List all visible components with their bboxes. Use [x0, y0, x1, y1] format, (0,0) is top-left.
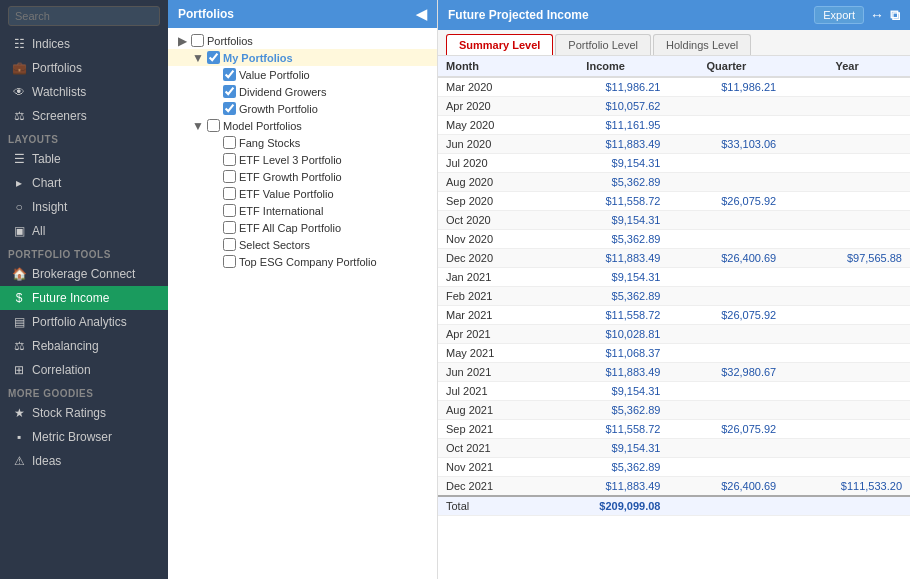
node-checkbox[interactable]: [223, 85, 236, 98]
tree-node-etf-value[interactable]: ETF Value Portfolio: [168, 185, 437, 202]
sidebar-item-screeners[interactable]: ⚖ Screeners: [0, 104, 168, 128]
table-row: Dec 2020$11,883.49$26,400.69$97,565.88: [438, 249, 910, 268]
node-checkbox[interactable]: [207, 51, 220, 64]
node-checkbox[interactable]: [223, 136, 236, 149]
all-icon: ▣: [12, 224, 26, 238]
tab-summary-level[interactable]: Summary Level: [446, 34, 553, 55]
sidebar-item-portfolios[interactable]: 💼 Portfolios: [0, 56, 168, 80]
total-label: Total: [438, 496, 543, 516]
expand-toggle: ▶: [176, 35, 188, 47]
cell-quarter: $26,075.92: [668, 192, 784, 211]
cell-quarter: [668, 230, 784, 249]
sidebar-item-stock-ratings[interactable]: ★ Stock Ratings: [0, 401, 168, 425]
node-label: Top ESG Company Portfolio: [239, 256, 377, 268]
sidebar-item-rebalancing[interactable]: ⚖ Rebalancing: [0, 334, 168, 358]
eye-icon: 👁: [12, 85, 26, 99]
filter-icon: ⚖: [12, 109, 26, 123]
node-checkbox[interactable]: [223, 204, 236, 217]
expand-toggle: ▼: [192, 120, 204, 132]
cell-year: [784, 363, 910, 382]
sidebar-item-label: Insight: [32, 200, 67, 214]
sidebar-item-label: Ideas: [32, 454, 61, 468]
cell-quarter: $11,986.21: [668, 77, 784, 97]
sidebar-item-label: Metric Browser: [32, 430, 112, 444]
node-checkbox[interactable]: [191, 34, 204, 47]
cell-month: Nov 2021: [438, 458, 543, 477]
expand-toggle: [208, 188, 220, 200]
sidebar-item-insight[interactable]: ○ Insight: [0, 195, 168, 219]
table-row: Apr 2020$10,057.62: [438, 97, 910, 116]
cell-year: [784, 135, 910, 154]
sidebar-item-watchlists[interactable]: 👁 Watchlists: [0, 80, 168, 104]
cell-year: [784, 77, 910, 97]
tree-node-my-portfolios[interactable]: ▼ My Portfolios: [168, 49, 437, 66]
sidebar-item-label: Stock Ratings: [32, 406, 106, 420]
sidebar-item-table[interactable]: ☰ Table: [0, 147, 168, 171]
tree-node-etf-allcap[interactable]: ETF All Cap Portfolio: [168, 219, 437, 236]
node-checkbox[interactable]: [223, 255, 236, 268]
sidebar-item-all[interactable]: ▣ All: [0, 219, 168, 243]
tree-node-portfolios[interactable]: ▶ Portfolios: [168, 32, 437, 49]
cell-quarter: [668, 268, 784, 287]
cell-year: [784, 382, 910, 401]
sidebar-item-future-income[interactable]: $ Future Income: [0, 286, 168, 310]
cell-income: $11,558.72: [543, 306, 669, 325]
export-button[interactable]: Export: [814, 6, 864, 24]
tree-node-etf-level3[interactable]: ETF Level 3 Portfolio: [168, 151, 437, 168]
cell-income: $11,883.49: [543, 477, 669, 497]
cell-year: [784, 211, 910, 230]
tree-node-select-sectors[interactable]: Select Sectors: [168, 236, 437, 253]
sidebar-item-correlation[interactable]: ⊞ Correlation: [0, 358, 168, 382]
table-row: Mar 2020$11,986.21$11,986.21: [438, 77, 910, 97]
sidebar-item-chart[interactable]: ▸ Chart: [0, 171, 168, 195]
sidebar-item-portfolio-analytics[interactable]: ▤ Portfolio Analytics: [0, 310, 168, 334]
node-checkbox[interactable]: [223, 238, 236, 251]
node-checkbox[interactable]: [223, 153, 236, 166]
node-checkbox[interactable]: [223, 221, 236, 234]
expand-toggle: [208, 205, 220, 217]
cell-income: $9,154.31: [543, 439, 669, 458]
sidebar-item-brokerage-connect[interactable]: 🏠 Brokerage Connect: [0, 262, 168, 286]
collapse-button[interactable]: ◀: [416, 6, 427, 22]
node-label: Select Sectors: [239, 239, 310, 251]
table-icon: ☰: [12, 152, 26, 166]
cell-income: $11,068.37: [543, 344, 669, 363]
tab-portfolio-level[interactable]: Portfolio Level: [555, 34, 651, 55]
node-checkbox[interactable]: [223, 187, 236, 200]
cell-month: Sep 2021: [438, 420, 543, 439]
cell-quarter: [668, 458, 784, 477]
sidebar-item-ideas[interactable]: ⚠ Ideas: [0, 449, 168, 473]
cell-income: $9,154.31: [543, 154, 669, 173]
tree-node-top-esg[interactable]: Top ESG Company Portfolio: [168, 253, 437, 270]
total-year: [784, 496, 910, 516]
cell-year: [784, 344, 910, 363]
cell-income: $11,161.95: [543, 116, 669, 135]
sidebar-item-label: Portfolios: [32, 61, 82, 75]
sidebar-item-metric-browser[interactable]: ▪ Metric Browser: [0, 425, 168, 449]
tree-node-value-portfolio[interactable]: Value Portfolio: [168, 66, 437, 83]
tree-node-etf-international[interactable]: ETF International: [168, 202, 437, 219]
sidebar-item-indices[interactable]: ☷ Indices: [0, 32, 168, 56]
tree-node-fang-stocks[interactable]: Fang Stocks: [168, 134, 437, 151]
tree-node-growth-portfolio[interactable]: Growth Portfolio: [168, 100, 437, 117]
cell-month: Jun 2021: [438, 363, 543, 382]
cell-year: [784, 230, 910, 249]
tree-node-etf-growth[interactable]: ETF Growth Portfolio: [168, 168, 437, 185]
tree-node-model-portfolios[interactable]: ▼ Model Portfolios: [168, 117, 437, 134]
node-label: Value Portfolio: [239, 69, 310, 81]
cell-month: Jan 2021: [438, 268, 543, 287]
external-link-icon[interactable]: ⧉: [890, 7, 900, 24]
tree-node-dividend-growers[interactable]: Dividend Growers: [168, 83, 437, 100]
node-checkbox[interactable]: [223, 68, 236, 81]
search-input[interactable]: [8, 6, 160, 26]
star-icon: ★: [12, 406, 26, 420]
right-header: Future Projected Income Export ↔ ⧉: [438, 0, 910, 30]
cell-month: Dec 2021: [438, 477, 543, 497]
node-label: Portfolios: [207, 35, 253, 47]
node-checkbox[interactable]: [207, 119, 220, 132]
node-checkbox[interactable]: [223, 102, 236, 115]
tab-holdings-level[interactable]: Holdings Level: [653, 34, 751, 55]
cell-quarter: [668, 344, 784, 363]
node-checkbox[interactable]: [223, 170, 236, 183]
arrow-icon[interactable]: ↔: [870, 7, 884, 23]
